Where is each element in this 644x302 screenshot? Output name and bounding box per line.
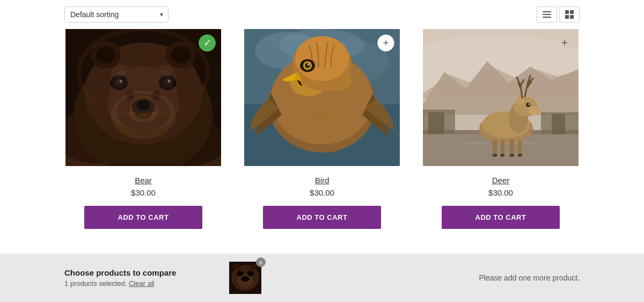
svg-point-48 xyxy=(308,63,310,66)
add-to-cart-button-bear[interactable]: ADD TO CART xyxy=(84,206,202,229)
compare-button-bird[interactable]: + xyxy=(377,34,394,52)
sort-wrapper: Default sortingSort by popularitySort by… xyxy=(64,6,169,23)
svg-rect-3 xyxy=(565,10,569,14)
product-price-deer: $30.00 xyxy=(488,188,513,197)
svg-point-25 xyxy=(131,98,155,116)
product-card-deer: + Deer $30.00 ADD TO CART xyxy=(412,29,590,229)
svg-rect-2 xyxy=(543,17,551,18)
bear-svg xyxy=(65,29,221,166)
svg-rect-6 xyxy=(570,15,574,19)
svg-point-26 xyxy=(111,75,128,90)
product-name-bird[interactable]: Bird xyxy=(315,176,330,185)
compare-bar: Choose products to compare 1 products se… xyxy=(0,254,644,302)
svg-rect-0 xyxy=(543,11,551,12)
compare-info: Choose products to compare 1 products se… xyxy=(64,268,218,287)
list-view-icon xyxy=(543,10,551,19)
product-image-wrapper-bear: ✓ xyxy=(65,29,221,166)
compare-thumbnail-bear xyxy=(229,262,261,294)
sort-select[interactable]: Default sortingSort by popularitySort by… xyxy=(64,6,169,23)
product-image-wrapper-bird: + xyxy=(244,29,400,166)
bear-image xyxy=(65,29,221,166)
svg-point-23 xyxy=(111,91,175,139)
svg-point-44 xyxy=(295,36,349,81)
product-image-wrapper-deer: + xyxy=(423,29,579,166)
bird-image xyxy=(244,29,400,166)
svg-point-81 xyxy=(241,276,250,282)
list-view-button[interactable] xyxy=(537,6,557,23)
svg-point-22 xyxy=(171,46,191,63)
grid-view-icon xyxy=(565,10,574,19)
bird-svg xyxy=(244,29,400,166)
svg-point-83 xyxy=(247,271,254,276)
clear-all-link[interactable]: Clear all xyxy=(129,279,155,287)
add-to-cart-button-bird[interactable]: ADD TO CART xyxy=(263,206,381,229)
page-wrapper: Default sortingSort by popularitySort by… xyxy=(0,0,644,302)
svg-point-31 xyxy=(168,80,171,83)
compare-title: Choose products to compare xyxy=(64,268,218,277)
svg-rect-5 xyxy=(565,15,569,19)
view-toggle xyxy=(537,6,580,23)
compare-thumbnail-bear-image xyxy=(229,262,261,294)
svg-rect-77 xyxy=(423,29,579,166)
deer-svg xyxy=(423,29,579,166)
svg-point-47 xyxy=(305,63,310,68)
compare-subtitle: 1 products selected. Clear all xyxy=(64,279,218,287)
svg-rect-4 xyxy=(570,10,574,14)
product-price-bird: $30.00 xyxy=(310,188,334,197)
svg-point-82 xyxy=(237,271,243,276)
svg-point-20 xyxy=(96,46,115,63)
svg-point-29 xyxy=(159,75,176,90)
compare-remove-button[interactable]: x xyxy=(256,257,266,267)
product-card-bird: + Bird $30.00 ADD TO CART xyxy=(233,29,412,229)
svg-point-84 xyxy=(233,264,240,270)
svg-point-24 xyxy=(116,94,170,131)
product-name-bear[interactable]: Bear xyxy=(135,176,152,185)
add-to-cart-button-deer[interactable]: ADD TO CART xyxy=(442,206,560,229)
products-grid: ✓ Bear $30.00 ADD TO CART xyxy=(0,29,644,229)
compare-button-bear[interactable]: ✓ xyxy=(199,34,216,52)
product-card-bear: ✓ Bear $30.00 ADD TO CART xyxy=(54,29,233,229)
compare-button-deer[interactable]: + xyxy=(556,34,573,52)
grid-view-button[interactable] xyxy=(559,6,580,23)
compare-thumbnail-wrapper: x xyxy=(229,262,261,294)
svg-point-28 xyxy=(120,80,122,83)
selected-count-text: 1 products selected. xyxy=(64,279,127,287)
compare-message: Please add one more product. xyxy=(272,274,580,282)
svg-point-27 xyxy=(115,78,123,87)
toolbar: Default sortingSort by popularitySort by… xyxy=(0,0,644,29)
deer-image xyxy=(423,29,579,166)
svg-rect-1 xyxy=(543,14,551,15)
product-price-bear: $30.00 xyxy=(131,188,156,197)
svg-point-30 xyxy=(163,78,172,87)
product-name-deer[interactable]: Deer xyxy=(492,176,510,185)
